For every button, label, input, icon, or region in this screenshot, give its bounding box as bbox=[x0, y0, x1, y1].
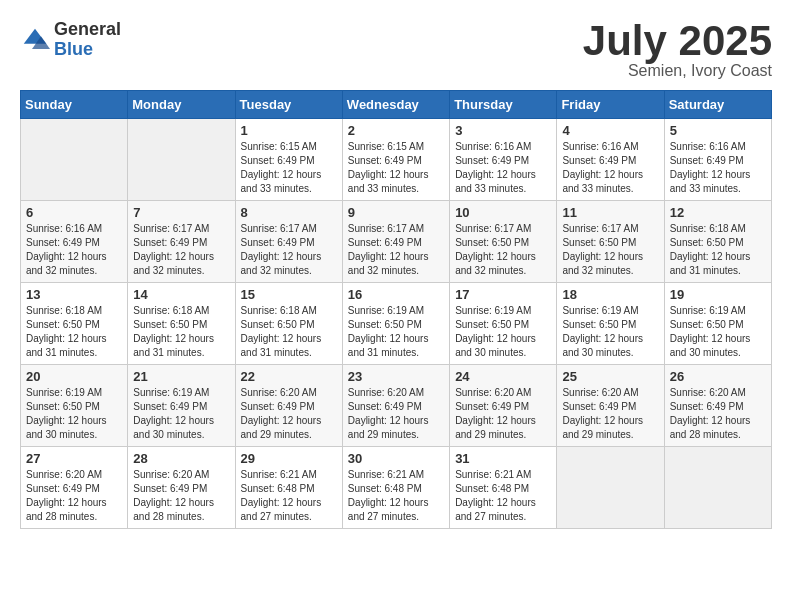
logo-general: General bbox=[54, 20, 121, 40]
calendar-cell: 24Sunrise: 6:20 AMSunset: 6:49 PMDayligh… bbox=[450, 365, 557, 447]
weekday-header: Tuesday bbox=[235, 91, 342, 119]
page-header: General Blue July 2025 Semien, Ivory Coa… bbox=[20, 20, 772, 80]
day-number: 19 bbox=[670, 287, 766, 302]
calendar-cell: 1Sunrise: 6:15 AMSunset: 6:49 PMDaylight… bbox=[235, 119, 342, 201]
calendar-week-row: 13Sunrise: 6:18 AMSunset: 6:50 PMDayligh… bbox=[21, 283, 772, 365]
calendar-cell bbox=[557, 447, 664, 529]
weekday-header: Thursday bbox=[450, 91, 557, 119]
logo-icon bbox=[20, 25, 50, 55]
day-info: Sunrise: 6:20 AMSunset: 6:49 PMDaylight:… bbox=[670, 386, 766, 442]
day-number: 8 bbox=[241, 205, 337, 220]
day-number: 29 bbox=[241, 451, 337, 466]
weekday-header: Sunday bbox=[21, 91, 128, 119]
day-info: Sunrise: 6:19 AMSunset: 6:50 PMDaylight:… bbox=[562, 304, 658, 360]
day-info: Sunrise: 6:19 AMSunset: 6:50 PMDaylight:… bbox=[26, 386, 122, 442]
title-block: July 2025 Semien, Ivory Coast bbox=[583, 20, 772, 80]
logo-text: General Blue bbox=[54, 20, 121, 60]
day-info: Sunrise: 6:18 AMSunset: 6:50 PMDaylight:… bbox=[26, 304, 122, 360]
logo-blue: Blue bbox=[54, 40, 121, 60]
location: Semien, Ivory Coast bbox=[583, 62, 772, 80]
day-info: Sunrise: 6:15 AMSunset: 6:49 PMDaylight:… bbox=[348, 140, 444, 196]
calendar-cell: 16Sunrise: 6:19 AMSunset: 6:50 PMDayligh… bbox=[342, 283, 449, 365]
day-info: Sunrise: 6:17 AMSunset: 6:50 PMDaylight:… bbox=[455, 222, 551, 278]
logo: General Blue bbox=[20, 20, 121, 60]
calendar-cell: 26Sunrise: 6:20 AMSunset: 6:49 PMDayligh… bbox=[664, 365, 771, 447]
day-info: Sunrise: 6:21 AMSunset: 6:48 PMDaylight:… bbox=[241, 468, 337, 524]
day-number: 20 bbox=[26, 369, 122, 384]
day-number: 5 bbox=[670, 123, 766, 138]
day-info: Sunrise: 6:20 AMSunset: 6:49 PMDaylight:… bbox=[26, 468, 122, 524]
day-info: Sunrise: 6:17 AMSunset: 6:49 PMDaylight:… bbox=[241, 222, 337, 278]
calendar-cell bbox=[664, 447, 771, 529]
calendar-cell: 2Sunrise: 6:15 AMSunset: 6:49 PMDaylight… bbox=[342, 119, 449, 201]
calendar-week-row: 1Sunrise: 6:15 AMSunset: 6:49 PMDaylight… bbox=[21, 119, 772, 201]
calendar-cell: 7Sunrise: 6:17 AMSunset: 6:49 PMDaylight… bbox=[128, 201, 235, 283]
calendar-cell: 19Sunrise: 6:19 AMSunset: 6:50 PMDayligh… bbox=[664, 283, 771, 365]
day-number: 11 bbox=[562, 205, 658, 220]
day-info: Sunrise: 6:16 AMSunset: 6:49 PMDaylight:… bbox=[670, 140, 766, 196]
day-number: 28 bbox=[133, 451, 229, 466]
day-info: Sunrise: 6:20 AMSunset: 6:49 PMDaylight:… bbox=[348, 386, 444, 442]
day-info: Sunrise: 6:20 AMSunset: 6:49 PMDaylight:… bbox=[562, 386, 658, 442]
calendar-cell: 5Sunrise: 6:16 AMSunset: 6:49 PMDaylight… bbox=[664, 119, 771, 201]
calendar: SundayMondayTuesdayWednesdayThursdayFrid… bbox=[20, 90, 772, 529]
day-number: 15 bbox=[241, 287, 337, 302]
day-number: 6 bbox=[26, 205, 122, 220]
calendar-week-row: 6Sunrise: 6:16 AMSunset: 6:49 PMDaylight… bbox=[21, 201, 772, 283]
calendar-cell: 30Sunrise: 6:21 AMSunset: 6:48 PMDayligh… bbox=[342, 447, 449, 529]
calendar-cell: 11Sunrise: 6:17 AMSunset: 6:50 PMDayligh… bbox=[557, 201, 664, 283]
calendar-cell: 15Sunrise: 6:18 AMSunset: 6:50 PMDayligh… bbox=[235, 283, 342, 365]
day-number: 1 bbox=[241, 123, 337, 138]
day-info: Sunrise: 6:17 AMSunset: 6:49 PMDaylight:… bbox=[348, 222, 444, 278]
calendar-cell: 20Sunrise: 6:19 AMSunset: 6:50 PMDayligh… bbox=[21, 365, 128, 447]
calendar-cell: 17Sunrise: 6:19 AMSunset: 6:50 PMDayligh… bbox=[450, 283, 557, 365]
day-number: 2 bbox=[348, 123, 444, 138]
day-number: 4 bbox=[562, 123, 658, 138]
calendar-cell: 27Sunrise: 6:20 AMSunset: 6:49 PMDayligh… bbox=[21, 447, 128, 529]
day-info: Sunrise: 6:20 AMSunset: 6:49 PMDaylight:… bbox=[133, 468, 229, 524]
day-info: Sunrise: 6:19 AMSunset: 6:50 PMDaylight:… bbox=[348, 304, 444, 360]
calendar-cell: 4Sunrise: 6:16 AMSunset: 6:49 PMDaylight… bbox=[557, 119, 664, 201]
calendar-cell: 18Sunrise: 6:19 AMSunset: 6:50 PMDayligh… bbox=[557, 283, 664, 365]
day-info: Sunrise: 6:17 AMSunset: 6:50 PMDaylight:… bbox=[562, 222, 658, 278]
weekday-header: Monday bbox=[128, 91, 235, 119]
day-info: Sunrise: 6:18 AMSunset: 6:50 PMDaylight:… bbox=[133, 304, 229, 360]
day-info: Sunrise: 6:20 AMSunset: 6:49 PMDaylight:… bbox=[241, 386, 337, 442]
day-info: Sunrise: 6:16 AMSunset: 6:49 PMDaylight:… bbox=[562, 140, 658, 196]
day-number: 25 bbox=[562, 369, 658, 384]
month-title: July 2025 bbox=[583, 20, 772, 62]
day-number: 12 bbox=[670, 205, 766, 220]
calendar-week-row: 20Sunrise: 6:19 AMSunset: 6:50 PMDayligh… bbox=[21, 365, 772, 447]
calendar-cell: 14Sunrise: 6:18 AMSunset: 6:50 PMDayligh… bbox=[128, 283, 235, 365]
day-number: 24 bbox=[455, 369, 551, 384]
day-info: Sunrise: 6:21 AMSunset: 6:48 PMDaylight:… bbox=[348, 468, 444, 524]
day-info: Sunrise: 6:19 AMSunset: 6:50 PMDaylight:… bbox=[455, 304, 551, 360]
day-number: 10 bbox=[455, 205, 551, 220]
day-number: 31 bbox=[455, 451, 551, 466]
day-number: 16 bbox=[348, 287, 444, 302]
calendar-cell: 29Sunrise: 6:21 AMSunset: 6:48 PMDayligh… bbox=[235, 447, 342, 529]
day-number: 17 bbox=[455, 287, 551, 302]
calendar-cell: 31Sunrise: 6:21 AMSunset: 6:48 PMDayligh… bbox=[450, 447, 557, 529]
calendar-cell bbox=[128, 119, 235, 201]
calendar-cell: 22Sunrise: 6:20 AMSunset: 6:49 PMDayligh… bbox=[235, 365, 342, 447]
day-info: Sunrise: 6:19 AMSunset: 6:50 PMDaylight:… bbox=[670, 304, 766, 360]
calendar-cell: 10Sunrise: 6:17 AMSunset: 6:50 PMDayligh… bbox=[450, 201, 557, 283]
calendar-cell: 25Sunrise: 6:20 AMSunset: 6:49 PMDayligh… bbox=[557, 365, 664, 447]
day-info: Sunrise: 6:16 AMSunset: 6:49 PMDaylight:… bbox=[26, 222, 122, 278]
day-number: 27 bbox=[26, 451, 122, 466]
day-number: 21 bbox=[133, 369, 229, 384]
day-number: 13 bbox=[26, 287, 122, 302]
calendar-cell: 13Sunrise: 6:18 AMSunset: 6:50 PMDayligh… bbox=[21, 283, 128, 365]
weekday-header-row: SundayMondayTuesdayWednesdayThursdayFrid… bbox=[21, 91, 772, 119]
calendar-cell: 3Sunrise: 6:16 AMSunset: 6:49 PMDaylight… bbox=[450, 119, 557, 201]
day-number: 22 bbox=[241, 369, 337, 384]
day-number: 7 bbox=[133, 205, 229, 220]
calendar-cell: 12Sunrise: 6:18 AMSunset: 6:50 PMDayligh… bbox=[664, 201, 771, 283]
calendar-cell bbox=[21, 119, 128, 201]
calendar-cell: 28Sunrise: 6:20 AMSunset: 6:49 PMDayligh… bbox=[128, 447, 235, 529]
day-number: 26 bbox=[670, 369, 766, 384]
weekday-header: Friday bbox=[557, 91, 664, 119]
day-info: Sunrise: 6:16 AMSunset: 6:49 PMDaylight:… bbox=[455, 140, 551, 196]
day-number: 23 bbox=[348, 369, 444, 384]
